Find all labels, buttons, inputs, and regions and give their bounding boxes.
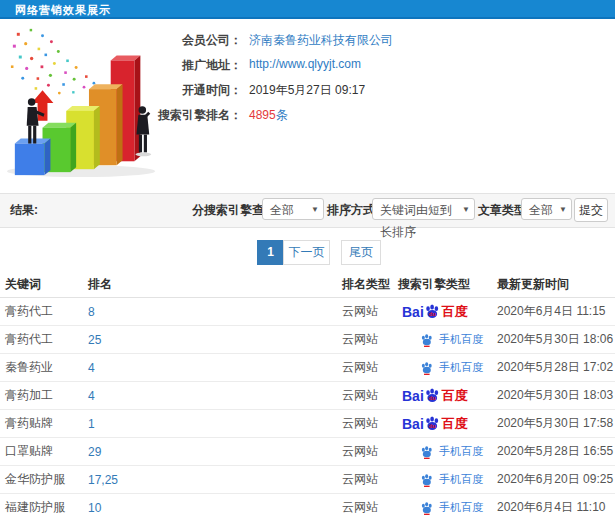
member-company-row: 会员公司： 济南秦鲁药业科技有限公司 (150, 32, 610, 48)
mobile-baidu-logo: 手机百度 (420, 445, 483, 459)
promo-url-label: 推广地址： (150, 57, 242, 74)
open-time-label: 开通时间： (150, 82, 242, 99)
next-page-button[interactable]: 下一页 (283, 240, 330, 265)
update-time-cell: 2020年5月28日 17:02 (497, 359, 615, 376)
open-time-value: 2019年5月27日 09:17 (249, 82, 365, 99)
rank-link[interactable]: 1 (88, 417, 342, 431)
chevron-down-icon: ▼ (311, 199, 319, 221)
svg-text:du: du (429, 311, 436, 317)
engine-type-cell: Baidu百度 (398, 415, 497, 432)
open-time-row: 开通时间： 2019年5月27日 09:17 (150, 82, 610, 98)
table-row: 膏药加工4云网站Baidu百度2020年5月30日 18:03 (0, 382, 615, 410)
rank-link[interactable]: 4 (88, 389, 342, 403)
mobile-baidu-label: 手机百度 (439, 474, 483, 485)
table-row: 口罩贴牌29云网站手机百度2020年5月28日 16:55 (0, 438, 615, 466)
update-time-cell: 2020年6月4日 11:15 (497, 303, 615, 320)
table-row: 膏药代工25云网站手机百度2020年5月30日 18:06 (0, 326, 615, 354)
marketing-effect-page: 网络营销效果展示 (0, 0, 615, 520)
last-page-button[interactable]: 尾页 (341, 240, 381, 265)
baidu-paw-icon (420, 361, 434, 375)
rank-count: 4895 (249, 108, 276, 122)
baidu-logo-latin: Bai (402, 417, 424, 431)
baidu-paw-icon (420, 445, 434, 459)
keyword-cell: 金华防护服 (0, 471, 88, 488)
baidu-logo-cn: 百度 (442, 417, 468, 430)
header-rank: 排名 (88, 276, 342, 293)
engine-type-cell: Baidu百度 (398, 303, 497, 320)
svg-text:du: du (429, 423, 436, 429)
result-label: 结果: (10, 194, 38, 227)
rank-link[interactable]: 4 (88, 361, 342, 375)
mobile-baidu-logo: 手机百度 (420, 361, 483, 375)
engine-rank-value: 4895条 (249, 107, 288, 124)
table-row: 膏药代工8云网站Baidu百度2020年6月4日 11:15 (0, 298, 615, 326)
promo-url-link[interactable]: http://www.qlyyjt.com (249, 57, 361, 71)
article-type-selected: 全部 (529, 203, 553, 217)
sort-label: 排序方式 (327, 194, 375, 227)
engine-type-cell: Baidu百度 (398, 387, 497, 404)
keyword-cell: 福建防护服 (0, 499, 88, 516)
baidu-paw-icon: du (424, 303, 441, 320)
baidu-logo: Baidu百度 (402, 415, 468, 432)
keyword-cell: 膏药代工 (0, 331, 88, 348)
member-company-label: 会员公司： (150, 32, 242, 49)
update-time-cell: 2020年5月30日 18:06 (497, 331, 615, 348)
header-keyword: 关键词 (0, 276, 88, 293)
submit-button[interactable]: 提交 (574, 198, 608, 222)
table-row: 福建防护服10云网站手机百度2020年6月4日 11:10 (0, 494, 615, 520)
baidu-logo-cn: 百度 (442, 389, 468, 402)
mobile-baidu-logo: 手机百度 (420, 501, 483, 515)
rank-type-cell: 云网站 (342, 471, 398, 488)
rank-type-cell: 云网站 (342, 359, 398, 376)
update-time-cell: 2020年5月28日 16:55 (497, 443, 615, 460)
sort-selected: 关键词由短到长排序 (380, 203, 452, 239)
update-time-cell: 2020年6月4日 11:10 (497, 499, 615, 516)
rank-link[interactable]: 8 (88, 305, 342, 319)
promo-url-row: 推广地址： http://www.qlyyjt.com (150, 57, 610, 73)
baidu-paw-icon (420, 473, 434, 487)
article-type-label: 文章类型 (478, 194, 526, 227)
mobile-baidu-logo: 手机百度 (420, 333, 483, 347)
rank-type-cell: 云网站 (342, 303, 398, 320)
update-time-cell: 2020年5月30日 17:58 (497, 415, 615, 432)
bar-blue (15, 139, 51, 176)
rank-type-cell: 云网站 (342, 331, 398, 348)
member-company-link[interactable]: 济南秦鲁药业科技有限公司 (249, 32, 393, 49)
mobile-baidu-label: 手机百度 (439, 362, 483, 373)
keyword-cell: 膏药加工 (0, 387, 88, 404)
baidu-paw-icon (420, 501, 434, 515)
update-time-cell: 2020年6月20日 09:25 (497, 471, 615, 488)
table-row: 秦鲁药业4云网站手机百度2020年5月28日 17:02 (0, 354, 615, 382)
engine-type-cell: 手机百度 (398, 445, 497, 459)
baidu-logo-cn: 百度 (442, 305, 468, 318)
svg-text:du: du (429, 395, 436, 401)
rank-link[interactable]: 10 (88, 501, 342, 515)
mobile-baidu-logo: 手机百度 (420, 473, 483, 487)
confetti-dots (11, 29, 95, 95)
header-engine-type: 搜索引擎类型 (398, 276, 497, 293)
rank-link[interactable]: 25 (88, 333, 342, 347)
engine-view-select[interactable]: 全部▼ (262, 198, 324, 220)
engine-view-selected: 全部 (270, 203, 294, 217)
baidu-logo: Baidu百度 (402, 387, 468, 404)
baidu-logo: Baidu百度 (402, 303, 468, 320)
engine-type-cell: 手机百度 (398, 361, 497, 375)
rank-type-cell: 云网站 (342, 415, 398, 432)
sort-select[interactable]: 关键词由短到长排序▼ (372, 198, 475, 220)
header-rank-type: 排名类型 (342, 276, 398, 293)
rank-link[interactable]: 17,25 (88, 473, 342, 487)
engine-rank-row: 搜索引擎排名： 4895条 (150, 107, 610, 123)
baidu-paw-icon: du (424, 387, 441, 404)
keyword-cell: 膏药代工 (0, 303, 88, 320)
baidu-paw-icon (420, 333, 434, 347)
pagination: 1 下一页 尾页 (0, 240, 615, 265)
rank-link[interactable]: 29 (88, 445, 342, 459)
page-title: 网络营销效果展示 (0, 2, 111, 19)
mobile-baidu-label: 手机百度 (439, 446, 483, 457)
chevron-down-icon: ▼ (462, 199, 470, 221)
growth-chart-illustration (2, 22, 170, 180)
rank-unit: 条 (276, 108, 288, 122)
article-type-select[interactable]: 全部▼ (521, 198, 572, 220)
keyword-cell: 口罩贴牌 (0, 443, 88, 460)
page-1-button[interactable]: 1 (257, 240, 284, 265)
